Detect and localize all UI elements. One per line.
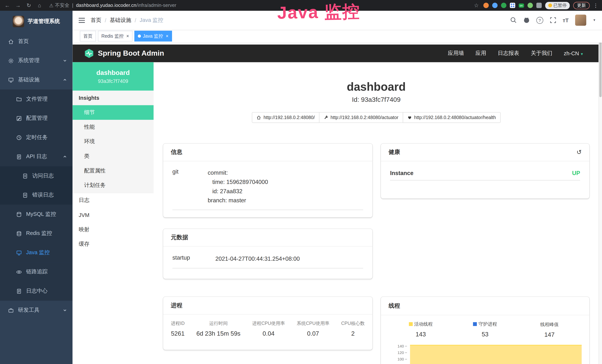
threads-legend: 活动线程 143 守护进程 53 线程峰值 [381,315,589,338]
stat-pid: 进程ID 5261 [171,320,185,337]
sidebar-item-label: Redis 监控 [26,230,52,237]
breadcrumb-item[interactable]: 基础设施 [110,17,131,23]
history-icon[interactable]: ↺ [577,149,582,156]
home-icon[interactable]: ⌂ [36,2,43,8]
right-card-column: 健康 ↺ Instance UP [381,143,589,364]
link-label: http://192.168.0.2:48080/ [263,115,315,120]
actuator-url-link[interactable]: http://192.168.0.2:48080/actuator [319,112,403,123]
address-bar[interactable]: ⚠ 不安全 | dashboard.yudao.iocoder.cn/infra… [49,2,469,9]
gear-icon [8,58,14,64]
github-icon[interactable] [523,17,530,23]
sba-nav-journal[interactable]: 日志报表 [498,50,519,57]
extension-icon-3[interactable] [501,3,506,8]
threads-card-title: 线程 [389,302,400,310]
sidebar-item-label: 文件管理 [26,96,48,103]
avatar-caret-icon[interactable]: ▼ [593,18,596,22]
link-label: http://192.168.0.2:48080/actuator/health [414,115,496,120]
health-url-link[interactable]: http://192.168.0.2:48080/actuator/health [403,112,501,123]
extension-puzzle-icon[interactable] [536,3,542,8]
sidebar-item-home[interactable]: 首页 [0,32,73,51]
sidebar-item-redis-monitor[interactable]: Redis 监控 [0,224,73,243]
sidebar-item-infrastructure[interactable]: 基础设施 [0,70,73,90]
sidebar-item-label: 基础设施 [18,76,40,83]
instance-header[interactable]: dashboard 93a3fc7f7409 [73,62,153,90]
reload-icon[interactable]: ↻ [25,2,32,8]
page-subtitle: Id: 93a3fc7f7409 [153,95,599,105]
sba-menu-caches[interactable]: 缓存 [73,237,153,252]
health-instance-row[interactable]: Instance UP [390,170,580,181]
sba-nav-about[interactable]: 关于我们 [531,50,552,57]
sba-menu-jvm[interactable]: JVM [73,208,153,222]
sidebar-item-access-logs[interactable]: 访问日志 [0,166,73,186]
heart-icon [407,115,412,120]
extension-icon-4[interactable] [510,3,515,8]
sba-locale-select[interactable]: zh-CN▼ [564,50,584,56]
sba-nav-applications[interactable]: 应用 [475,50,486,57]
legend-label: 线程峰值 [540,321,559,328]
hamburger-icon[interactable] [78,17,85,23]
extension-icon-2[interactable] [492,3,497,8]
sba-menu-environment[interactable]: 环境 [73,134,153,149]
sidebar-item-error-logs[interactable]: 错误日志 [0,185,73,205]
legend-value: 147 [517,331,582,338]
back-icon[interactable]: ← [4,2,11,8]
sba-menu-classes[interactable]: 类 [73,149,153,163]
sidebar-item-system-mgmt[interactable]: 系统管理 [0,51,73,70]
sidebar-item-file-mgmt[interactable]: 文件管理 [0,89,73,109]
sba-menu-logs[interactable]: 日志 [73,193,153,208]
service-url-link[interactable]: http://192.168.0.2:48080/ [252,112,319,123]
sba-menu-mappings[interactable]: 映射 [73,222,153,237]
sidebar-item-tracing[interactable]: 链路追踪 [0,262,73,281]
search-icon[interactable] [510,17,516,23]
paused-badge[interactable]: 已暂停 [545,2,570,9]
forward-icon[interactable]: → [15,2,22,8]
close-icon[interactable]: × [126,33,129,39]
sidebar-item-api-logs[interactable]: API 日志 [0,147,73,166]
sidebar-item-mysql-monitor[interactable]: MySQL 监控 [0,205,73,224]
page-scrollbar[interactable] [599,11,602,364]
sidebar-item-label: 访问日志 [32,172,54,179]
bookmark-star-icon[interactable]: ☆ [473,2,480,8]
wrench-icon [323,115,328,120]
avatar[interactable] [575,15,586,26]
sidebar-item-label: 研发工具 [18,307,40,314]
tab-java-monitor[interactable]: Java 监控 × [134,31,172,42]
left-card-column: 信息 git commit: time: 1596289704000 [163,143,373,364]
paused-label: 已暂停 [553,2,567,8]
extension-icon-1[interactable] [483,3,489,8]
browser-menu-icon[interactable]: ⋮ [593,2,598,8]
fullscreen-icon[interactable] [550,17,556,23]
update-button[interactable]: 更新 [573,2,590,9]
sba-menu-config-props[interactable]: 配置属性 [73,163,153,178]
close-icon[interactable]: × [166,33,169,39]
sidebar-item-log-center[interactable]: 日志中心 [0,281,73,301]
sba-brand[interactable]: Spring Boot Admin [84,48,164,58]
stat-value: 0.04 [252,330,285,337]
info-value: commit: time: 1596289704000 id: 27aa832 … [208,168,268,205]
sidebar-item-scheduled-jobs[interactable]: 定时任务 [0,128,73,147]
extension-on-badge[interactable]: on [519,3,524,8]
legend-label: 守护进程 [479,321,497,327]
sidebar-item-label: 链路追踪 [26,268,48,275]
sidebar-item-label: 日志中心 [26,288,48,294]
sba-menu-details[interactable]: 细节 [73,105,153,120]
font-size-icon[interactable]: тT [563,17,569,23]
sidebar-item-config-mgmt[interactable]: 配置管理 [0,109,73,128]
screen: ← → ↻ ⌂ ⚠ 不安全 | dashboard.yudao.iocoder.… [0,0,602,364]
extension-icon-5[interactable] [527,3,533,8]
security-warning[interactable]: ⚠ 不安全 [49,2,69,9]
breadcrumb-item[interactable]: 首页 [91,17,101,23]
metadata-card-body: startup 2021-04-27T00:44:31.254+08:00 [163,246,373,274]
process-card-header: 进程 [163,297,373,314]
sba-nav-wallboard[interactable]: 应用墙 [448,50,464,57]
tab-home[interactable]: 首页 [80,31,96,42]
sidebar-item-dev-tools[interactable]: 研发工具 [0,300,73,320]
stat-uptime: 运行时间 6d 23h 15m 59s [196,320,240,337]
tab-redis-monitor[interactable]: Redis 监控 × [98,31,132,42]
stat-value: 5261 [171,330,185,337]
sba-menu-scheduled-tasks[interactable]: 计划任务 [73,178,153,193]
help-icon[interactable]: ? [536,17,543,23]
sidebar-item-java-monitor[interactable]: Java 监控 [0,243,73,262]
app-logo-row[interactable]: 芋道管理系统 [0,11,73,32]
sba-menu-metrics[interactable]: 性能 [73,120,153,134]
